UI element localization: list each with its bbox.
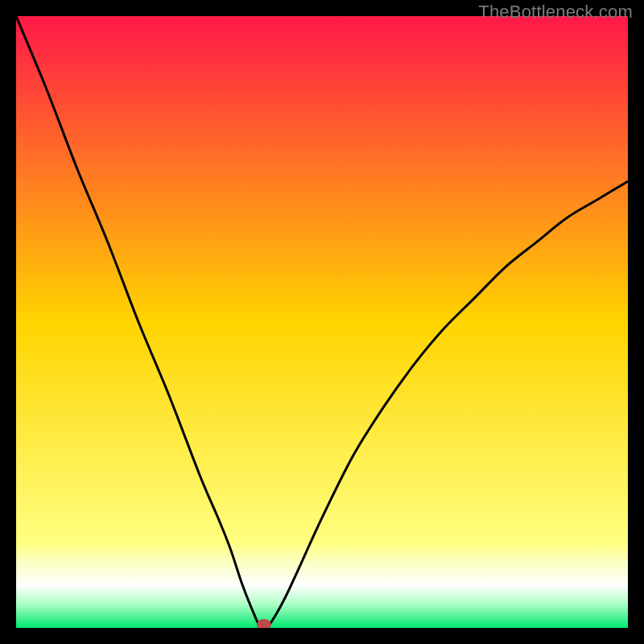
watermark-text: TheBottleneck.com [478,2,633,23]
chart-frame: TheBottleneck.com [0,0,644,644]
plot-area [16,16,628,628]
bottleneck-chart [16,16,628,628]
gradient-background [16,16,628,628]
